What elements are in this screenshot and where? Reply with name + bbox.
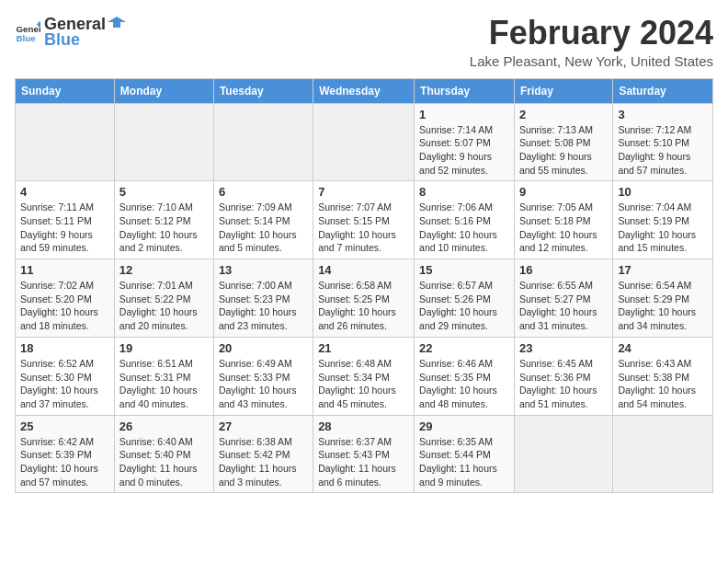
svg-marker-3	[108, 17, 126, 28]
calendar-cell: 3Sunrise: 7:12 AM Sunset: 5:10 PM Daylig…	[613, 103, 713, 181]
day-info: Sunrise: 6:52 AM Sunset: 5:30 PM Dayligh…	[20, 357, 109, 411]
calendar-cell: 7Sunrise: 7:07 AM Sunset: 5:15 PM Daylig…	[313, 181, 415, 259]
day-info: Sunrise: 7:01 AM Sunset: 5:22 PM Dayligh…	[119, 279, 209, 333]
day-number: 23	[519, 341, 608, 355]
calendar-cell: 2Sunrise: 7:13 AM Sunset: 5:08 PM Daylig…	[514, 103, 612, 181]
calendar-cell: 18Sunrise: 6:52 AM Sunset: 5:30 PM Dayli…	[16, 337, 115, 415]
calendar-cell	[16, 103, 115, 181]
calendar-cell	[213, 103, 313, 181]
day-info: Sunrise: 6:55 AM Sunset: 5:27 PM Dayligh…	[519, 279, 608, 333]
weekday-header-saturday: Saturday	[613, 78, 713, 103]
logo-bird-icon	[108, 15, 126, 33]
calendar-cell	[613, 415, 713, 493]
day-info: Sunrise: 6:45 AM Sunset: 5:36 PM Dayligh…	[519, 357, 608, 411]
day-info: Sunrise: 7:02 AM Sunset: 5:20 PM Dayligh…	[20, 279, 109, 333]
logo-icon: General Blue	[15, 19, 40, 45]
day-info: Sunrise: 7:00 AM Sunset: 5:23 PM Dayligh…	[219, 279, 308, 333]
day-info: Sunrise: 6:57 AM Sunset: 5:26 PM Dayligh…	[419, 279, 509, 333]
day-number: 3	[618, 108, 708, 121]
day-number: 14	[318, 263, 409, 277]
day-number: 13	[219, 263, 308, 277]
calendar-cell: 5Sunrise: 7:10 AM Sunset: 5:12 PM Daylig…	[114, 181, 213, 259]
day-info: Sunrise: 6:43 AM Sunset: 5:38 PM Dayligh…	[618, 357, 708, 411]
day-number: 20	[219, 341, 308, 355]
weekday-header-row: SundayMondayTuesdayWednesdayThursdayFrid…	[16, 78, 713, 103]
day-info: Sunrise: 6:37 AM Sunset: 5:43 PM Dayligh…	[318, 435, 409, 489]
day-number: 11	[20, 263, 109, 277]
day-info: Sunrise: 7:04 AM Sunset: 5:19 PM Dayligh…	[618, 201, 708, 255]
day-number: 8	[419, 185, 509, 199]
calendar-cell: 14Sunrise: 6:58 AM Sunset: 5:25 PM Dayli…	[313, 259, 415, 338]
day-number: 5	[119, 185, 209, 199]
calendar-cell: 1Sunrise: 7:14 AM Sunset: 5:07 PM Daylig…	[415, 103, 515, 181]
day-number: 24	[618, 341, 708, 355]
day-info: Sunrise: 7:06 AM Sunset: 5:16 PM Dayligh…	[419, 201, 509, 255]
day-number: 29	[419, 419, 509, 433]
week-row-1: 4Sunrise: 7:11 AM Sunset: 5:11 PM Daylig…	[16, 181, 713, 259]
calendar-cell: 28Sunrise: 6:37 AM Sunset: 5:43 PM Dayli…	[313, 415, 415, 493]
day-info: Sunrise: 7:12 AM Sunset: 5:10 PM Dayligh…	[618, 123, 708, 178]
main-title: February 2024	[470, 15, 713, 52]
week-row-3: 18Sunrise: 6:52 AM Sunset: 5:30 PM Dayli…	[16, 337, 713, 415]
calendar-cell: 11Sunrise: 7:02 AM Sunset: 5:20 PM Dayli…	[16, 259, 115, 338]
calendar-cell: 8Sunrise: 7:06 AM Sunset: 5:16 PM Daylig…	[415, 181, 515, 259]
calendar-cell: 6Sunrise: 7:09 AM Sunset: 5:14 PM Daylig…	[213, 181, 313, 259]
calendar-cell: 22Sunrise: 6:46 AM Sunset: 5:35 PM Dayli…	[415, 337, 515, 415]
day-number: 2	[519, 108, 608, 121]
day-number: 1	[419, 108, 509, 121]
logo: General Blue General Blue	[15, 15, 126, 50]
week-row-4: 25Sunrise: 6:42 AM Sunset: 5:39 PM Dayli…	[16, 415, 713, 493]
day-info: Sunrise: 7:10 AM Sunset: 5:12 PM Dayligh…	[119, 201, 209, 255]
day-number: 22	[419, 341, 509, 355]
calendar-cell	[514, 415, 612, 493]
calendar-table: SundayMondayTuesdayWednesdayThursdayFrid…	[15, 78, 713, 494]
day-info: Sunrise: 7:07 AM Sunset: 5:15 PM Dayligh…	[318, 201, 409, 255]
day-number: 27	[219, 419, 308, 433]
weekday-header-sunday: Sunday	[16, 78, 115, 103]
day-number: 17	[618, 263, 708, 277]
day-number: 10	[618, 185, 708, 199]
day-info: Sunrise: 7:13 AM Sunset: 5:08 PM Dayligh…	[519, 123, 608, 178]
calendar-cell: 24Sunrise: 6:43 AM Sunset: 5:38 PM Dayli…	[613, 337, 713, 415]
calendar-cell: 17Sunrise: 6:54 AM Sunset: 5:29 PM Dayli…	[613, 259, 713, 338]
day-info: Sunrise: 7:11 AM Sunset: 5:11 PM Dayligh…	[20, 201, 109, 255]
calendar-cell: 16Sunrise: 6:55 AM Sunset: 5:27 PM Dayli…	[514, 259, 612, 338]
calendar-cell: 26Sunrise: 6:40 AM Sunset: 5:40 PM Dayli…	[114, 415, 213, 493]
calendar-cell: 13Sunrise: 7:00 AM Sunset: 5:23 PM Dayli…	[213, 259, 313, 338]
day-number: 12	[119, 263, 209, 277]
calendar-cell: 29Sunrise: 6:35 AM Sunset: 5:44 PM Dayli…	[415, 415, 515, 493]
day-number: 9	[519, 185, 608, 199]
calendar-cell: 21Sunrise: 6:48 AM Sunset: 5:34 PM Dayli…	[313, 337, 415, 415]
svg-text:Blue: Blue	[16, 33, 36, 43]
day-info: Sunrise: 7:14 AM Sunset: 5:07 PM Dayligh…	[419, 123, 509, 178]
sub-title: Lake Pleasant, New York, United States	[470, 53, 713, 69]
day-info: Sunrise: 6:48 AM Sunset: 5:34 PM Dayligh…	[318, 357, 409, 411]
calendar-cell: 23Sunrise: 6:45 AM Sunset: 5:36 PM Dayli…	[514, 337, 612, 415]
week-row-2: 11Sunrise: 7:02 AM Sunset: 5:20 PM Dayli…	[16, 259, 713, 338]
day-number: 21	[318, 341, 409, 355]
day-number: 7	[318, 185, 409, 199]
day-number: 4	[20, 185, 109, 199]
weekday-header-tuesday: Tuesday	[213, 78, 313, 103]
day-number: 25	[20, 419, 109, 433]
calendar-cell: 20Sunrise: 6:49 AM Sunset: 5:33 PM Dayli…	[213, 337, 313, 415]
day-number: 16	[519, 263, 608, 277]
day-info: Sunrise: 6:49 AM Sunset: 5:33 PM Dayligh…	[219, 357, 308, 411]
day-info: Sunrise: 6:51 AM Sunset: 5:31 PM Dayligh…	[119, 357, 209, 411]
calendar-cell	[114, 103, 213, 181]
day-info: Sunrise: 6:35 AM Sunset: 5:44 PM Dayligh…	[419, 435, 509, 489]
day-number: 26	[119, 419, 209, 433]
calendar-cell: 15Sunrise: 6:57 AM Sunset: 5:26 PM Dayli…	[415, 259, 515, 338]
header: General Blue General Blue February 2024 …	[15, 15, 713, 69]
calendar-cell	[313, 103, 415, 181]
day-number: 15	[419, 263, 509, 277]
day-info: Sunrise: 6:40 AM Sunset: 5:40 PM Dayligh…	[119, 435, 209, 489]
day-info: Sunrise: 6:58 AM Sunset: 5:25 PM Dayligh…	[318, 279, 409, 333]
title-area: February 2024 Lake Pleasant, New York, U…	[470, 15, 713, 69]
calendar-cell: 12Sunrise: 7:01 AM Sunset: 5:22 PM Dayli…	[114, 259, 213, 338]
day-number: 18	[20, 341, 109, 355]
weekday-header-monday: Monday	[114, 78, 213, 103]
calendar-cell: 10Sunrise: 7:04 AM Sunset: 5:19 PM Dayli…	[613, 181, 713, 259]
calendar-cell: 27Sunrise: 6:38 AM Sunset: 5:42 PM Dayli…	[213, 415, 313, 493]
calendar-cell: 9Sunrise: 7:05 AM Sunset: 5:18 PM Daylig…	[514, 181, 612, 259]
